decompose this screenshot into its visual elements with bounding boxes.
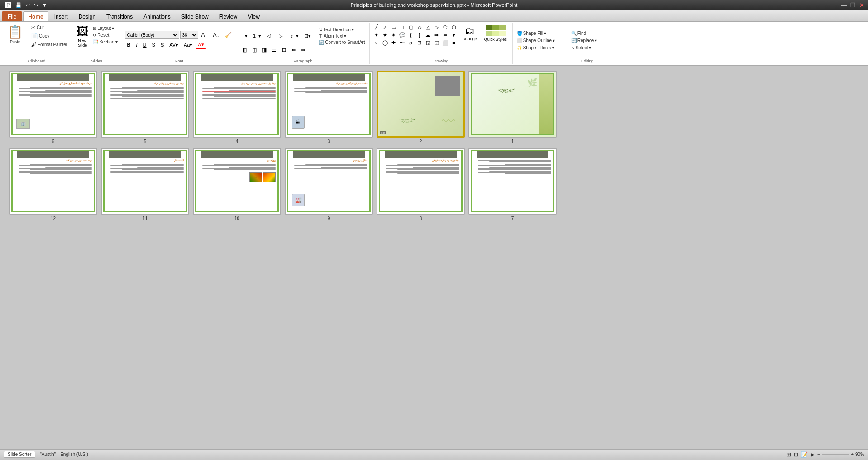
columns-button[interactable]: ⊞▾ (302, 32, 313, 40)
view-mode-button[interactable]: Slide Sorter (4, 451, 35, 458)
shape-round-rect[interactable]: ▢ (407, 24, 415, 31)
convert-smartart-button[interactable]: 🔄 Convert to SmartArt (317, 39, 366, 45)
align-text-button[interactable]: ⊤ Align Text▾ (317, 33, 366, 39)
shape-pentagon[interactable]: ⬠ (441, 24, 449, 31)
shape-frame[interactable]: ⬜ (441, 39, 449, 46)
restore-button[interactable]: ❐ (850, 2, 856, 9)
select-button[interactable]: ↖ Select▾ (570, 45, 593, 51)
shape-callout[interactable]: 💬 (398, 31, 406, 38)
line-spacing-button[interactable]: ↕≡▾ (288, 32, 301, 40)
change-case-button[interactable]: Aa▾ (181, 41, 195, 49)
tab-insert[interactable]: Insert (49, 11, 73, 21)
tab-file[interactable]: File (2, 11, 22, 21)
cut-button[interactable]: ✂ Cut (29, 24, 69, 31)
decrease-indent-button[interactable]: ◁≡ (265, 32, 276, 40)
text-direction-button[interactable]: ⇅ Text Direction▾ (317, 27, 366, 33)
zoom-slider[interactable] (822, 454, 849, 455)
shape-ellipse[interactable]: ◯ (381, 39, 389, 46)
font-name-select[interactable]: Calibri (Body) (125, 31, 179, 39)
increase-indent-button[interactable]: ▷≡ (277, 32, 287, 40)
view-sorter-icon[interactable]: ⊡ (794, 451, 798, 458)
shape-snip[interactable]: ◱ (424, 39, 432, 46)
bullets-button[interactable]: ≡▾ (240, 32, 250, 40)
shape-arrow-left[interactable]: ⬅ (441, 31, 449, 38)
slide-thumb-10[interactable]: پروژه بتن ✶ (193, 148, 281, 221)
shape-star5[interactable]: ★ (381, 31, 389, 38)
tab-design[interactable]: Design (74, 11, 100, 21)
distribute-button[interactable]: ⊟ (280, 46, 288, 54)
arrange-button[interactable]: 🗂 Arrange (460, 24, 480, 43)
shape-cloud[interactable]: ☁ (424, 31, 432, 38)
reset-button[interactable]: ↺ Reset (91, 32, 119, 38)
qat-customize-button[interactable]: ▼ (41, 2, 48, 8)
find-button[interactable]: 🔍 Find (570, 30, 587, 36)
zoom-in-button[interactable]: + (851, 452, 854, 457)
tab-review[interactable]: Review (215, 11, 242, 21)
zoom-out-button[interactable]: − (817, 452, 820, 457)
slide-thumb-9[interactable]: مثال: پروژه بتن 🏭 9 (285, 148, 373, 221)
slide-thumb-2[interactable]: اصول سرپرستی ساختمان و کارگاه 〰 00:15 2 (377, 71, 465, 144)
undo-button[interactable]: ↩ (24, 2, 31, 9)
slide-sorter[interactable]: مرحله سوم: آماده سازی محل کار � (0, 66, 868, 449)
align-center-button[interactable]: ◫ (250, 46, 259, 54)
format-painter-button[interactable]: 🖌 Format Painter (29, 41, 69, 48)
slide-thumb-4[interactable]: مرحله اول: شناخت پروژه و مسائل مربوط به … (193, 71, 281, 144)
numbering-button[interactable]: 1≡▾ (251, 32, 264, 40)
slide-thumb-6[interactable]: مرحله سوم: آماده سازی محل کار � (9, 71, 97, 144)
align-left-button[interactable]: ◧ (240, 46, 249, 54)
tab-animations[interactable]: Animations (138, 11, 175, 21)
shape-star4[interactable]: ✦ (372, 31, 381, 38)
shape-tri[interactable]: △ (424, 24, 432, 31)
tab-transitions[interactable]: Transitions (101, 11, 138, 21)
slide-thumb-3[interactable]: شناخت مسائل اولیه کارگاهی و تجهیز کارگاه… (285, 71, 373, 144)
shape-bracket[interactable]: [ (415, 31, 424, 38)
shape-cross[interactable]: ✚ (390, 39, 398, 46)
slide-thumb-7[interactable]: 7 (468, 148, 557, 221)
shape-diamond[interactable]: ◇ (415, 24, 424, 31)
char-spacing-button[interactable]: AV▾ (167, 41, 181, 49)
paste-button[interactable]: 📋 Paste (5, 24, 26, 45)
shape-line[interactable]: ╱ (372, 24, 381, 31)
decrease-font-button[interactable]: A↓ (211, 31, 222, 39)
strikethrough-button[interactable]: S (149, 41, 157, 48)
shape-rect[interactable]: ▭ (390, 24, 398, 31)
font-size-select[interactable]: 36 (180, 31, 198, 39)
slide-thumb-11[interactable]: ادامه مثال (101, 148, 189, 221)
shadow-button[interactable]: S (158, 41, 166, 48)
shape-hex[interactable]: ⬡ (450, 24, 458, 31)
slide-thumb-5[interactable]: مرحله دوم: برنامه اجرایی و نهارکنی کارگا… (101, 71, 189, 144)
italic-button[interactable]: I (134, 41, 139, 48)
minimize-button[interactable]: — (841, 2, 847, 9)
view-normal-icon[interactable]: ⊞ (787, 451, 791, 458)
section-button[interactable]: 📑 Section▾ (91, 39, 119, 45)
copy-button[interactable]: 📄 Copy (29, 32, 69, 40)
bold-button[interactable]: B (125, 41, 133, 48)
view-notes-icon[interactable]: 📝 (801, 451, 808, 458)
shape-block[interactable]: ■ (450, 39, 458, 46)
shape-effects-button[interactable]: ✨ Shape Effects▾ (515, 45, 556, 51)
shape-cube[interactable]: ⊡ (415, 39, 424, 46)
redo-button[interactable]: ↪ (33, 2, 39, 9)
clear-formatting-button[interactable]: 🧹 (223, 31, 234, 39)
shape-rect2[interactable]: □ (398, 24, 406, 31)
view-reading-icon[interactable]: ▶ (811, 451, 815, 458)
quick-styles-button[interactable]: Quick Styles (482, 24, 510, 43)
zoom-percent[interactable]: 90% (855, 452, 864, 457)
slide-thumb-1[interactable]: اصول سرپرستی ساختمان و کارگاه 🌿 1 (468, 71, 557, 144)
shape-star6[interactable]: ✶ (390, 31, 398, 38)
save-button[interactable]: 💾 (14, 2, 23, 9)
new-slide-button[interactable]: 🖼 NewSlide (75, 24, 90, 48)
shape-rtri[interactable]: ▷ (433, 24, 441, 31)
increase-font-button[interactable]: A↑ (199, 31, 210, 39)
slide-thumb-8[interactable]: مرحله چهارم: تهیه و تدارک مصالح لازم (377, 148, 465, 221)
tab-slideshow[interactable]: Slide Show (176, 11, 214, 21)
shape-brace[interactable]: { (407, 31, 415, 38)
shape-cylinder[interactable]: ⌀ (407, 39, 415, 46)
slide-thumb-12[interactable]: مرحله پنجم: تجهیزات و ماشین آلات (9, 148, 97, 221)
font-color-button[interactable]: A▾ (196, 41, 206, 49)
ltr-text-button[interactable]: ⇒ (299, 46, 307, 54)
shape-oval[interactable]: ○ (372, 39, 381, 46)
underline-button[interactable]: U (141, 41, 149, 48)
layout-button[interactable]: ⊞ Layout▾ (91, 25, 119, 31)
align-right-button[interactable]: ◨ (260, 46, 269, 54)
